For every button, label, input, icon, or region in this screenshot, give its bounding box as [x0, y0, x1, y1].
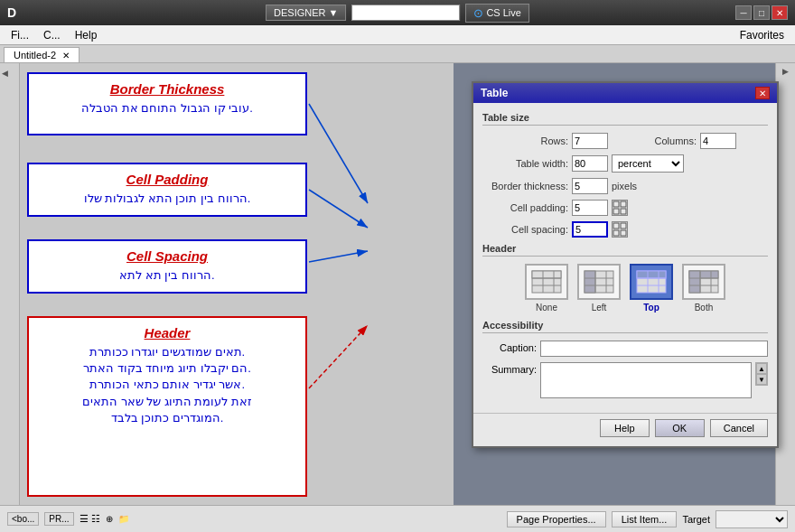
cell-spacing-grid-icon[interactable] [612, 221, 628, 238]
designer-button[interactable]: DESIGNER ▼ [266, 5, 346, 21]
cs-live-label: CS Live [486, 7, 521, 18]
annotation-border-box: Border Thickness .עובי קו הגבול התוחם את… [27, 72, 307, 135]
list-icons: ☰ ☷ [80, 513, 100, 525]
svg-line-5 [309, 325, 368, 388]
target-select[interactable] [716, 510, 788, 528]
page-props-button[interactable]: Page Properties... [507, 511, 606, 527]
top-bar-center: DESIGNER ▼ ⊙ CS Live [266, 4, 529, 23]
status-tag2[interactable]: PR... [44, 512, 73, 526]
table-width-input[interactable] [572, 155, 608, 172]
summary-label: Summary: [482, 362, 537, 375]
table-size-section: Table size [482, 112, 768, 126]
border-thickness-unit: pixels [612, 181, 637, 191]
dialog-body: Table size Rows: Columns: Table width: [473, 103, 777, 413]
cell-spacing-label: Cell spacing: [482, 224, 568, 235]
svg-line-4 [309, 251, 368, 262]
cell-padding-label: Cell padding: [482, 202, 568, 213]
padding-text: .הרווח בין תוכן התא לגבולות שלו [40, 191, 295, 207]
tab-bar: Untitled-2 ✕ [0, 45, 795, 63]
rows-input[interactable] [572, 133, 608, 149]
header-options: None [482, 264, 768, 313]
border-thickness-label: Border thickness: [482, 181, 568, 191]
svg-rect-6 [613, 201, 619, 207]
app-window: D DESIGNER ▼ ⊙ CS Live ─ □ ✕ Fi... C... … [0, 0, 795, 532]
cell-spacing-input[interactable] [572, 221, 608, 238]
header-title: Header [40, 325, 295, 341]
header-section: Header [482, 243, 768, 257]
header-top-label: Top [643, 303, 659, 313]
svg-line-3 [309, 190, 368, 228]
border-thickness-input[interactable] [572, 178, 608, 194]
dialog-buttons: Help OK Cancel [473, 413, 777, 446]
table-width-label: Table width: [482, 158, 568, 169]
summary-scrollbar[interactable]: ▲ ▼ [755, 362, 768, 386]
app-title: D [7, 5, 16, 20]
window-controls: ─ □ ✕ [735, 5, 788, 20]
cs-live-button[interactable]: ⊙ CS Live [465, 4, 529, 23]
maximize-button[interactable]: □ [753, 5, 770, 20]
caption-input[interactable] [540, 341, 768, 357]
minimize-button[interactable]: ─ [735, 5, 752, 20]
svg-rect-11 [621, 223, 626, 229]
svg-rect-7 [621, 201, 626, 207]
close-button[interactable]: ✕ [772, 5, 788, 20]
earth-icon: ⊕ [106, 514, 113, 524]
status-bar-right: Page Properties... List Item... Target [507, 510, 788, 528]
header-both-icon[interactable] [682, 264, 725, 300]
scroll-up-arrow[interactable]: ▲ [756, 363, 767, 374]
summary-row: Summary: ▲ ▼ [482, 362, 768, 398]
list-item-button[interactable]: List Item... [612, 511, 678, 527]
annotation-spacing-box: Cell Spacing .הרווח בין תא לתא [27, 239, 307, 294]
cell-padding-row: Cell padding: [482, 200, 768, 216]
scroll-down-arrow[interactable]: ▼ [756, 374, 767, 385]
target-label: Target [682, 514, 710, 525]
table-width-row: Table width: percent pixels [482, 154, 768, 173]
menu-bar: Fi... C... Help Favorites [0, 25, 795, 45]
dialog-close-button[interactable]: ✕ [755, 87, 770, 99]
caption-label: Caption: [482, 341, 537, 353]
header-left-icon[interactable] [577, 264, 621, 300]
menu-help[interactable]: Help [68, 27, 105, 43]
header-both-option[interactable]: Both [682, 264, 725, 313]
tab-close-icon[interactable]: ✕ [62, 51, 70, 61]
cell-padding-grid-icon[interactable] [612, 200, 628, 216]
header-top-option[interactable]: Top [630, 264, 673, 313]
columns-input[interactable] [700, 133, 736, 149]
menu-favorites[interactable]: Favorites [733, 27, 791, 43]
right-toolbar-icon1[interactable]: ▶ [782, 67, 789, 76]
rows-label: Rows: [482, 135, 568, 146]
svg-rect-15 [532, 271, 561, 278]
help-button[interactable]: Help [600, 419, 650, 437]
status-tag1[interactable]: <bo... [7, 512, 39, 526]
header-left-label: Left [592, 303, 607, 313]
caption-row: Caption: [482, 341, 768, 357]
menu-file[interactable]: Fi... [4, 27, 36, 43]
header-none-icon[interactable] [525, 264, 568, 300]
padding-title: Cell Padding [40, 172, 295, 187]
svg-rect-12 [613, 230, 619, 236]
header-none-option[interactable]: None [525, 264, 568, 313]
tab-untitled[interactable]: Untitled-2 ✕ [4, 47, 80, 62]
annotation-header-box: Header .תאים שמודגשים יוגדרו ככותרת .הם … [27, 316, 307, 497]
cell-padding-input[interactable] [572, 200, 608, 216]
svg-line-2 [309, 104, 368, 203]
border-thickness-row: Border thickness: pixels [482, 178, 768, 194]
header-text: .תאים שמודגשים יוגדרו ככותרת .הם יקבלו ת… [40, 344, 295, 426]
dialog-titlebar: Table ✕ [473, 83, 777, 103]
columns-label: Columns: [633, 135, 697, 146]
svg-rect-8 [613, 209, 619, 214]
svg-rect-10 [613, 223, 619, 229]
rows-columns-row: Rows: Columns: [482, 133, 768, 149]
right-panel: ▶ Table ✕ Table size Rows: [454, 63, 795, 505]
header-left-option[interactable]: Left [577, 264, 621, 313]
search-input[interactable] [351, 5, 460, 21]
folder-icon: 📁 [118, 514, 129, 524]
cancel-button[interactable]: Cancel [710, 419, 768, 437]
svg-rect-34 [689, 271, 700, 293]
summary-textarea[interactable] [540, 362, 752, 398]
header-top-icon[interactable] [630, 264, 673, 300]
menu-edit[interactable]: C... [36, 27, 68, 43]
ok-button[interactable]: OK [655, 419, 705, 437]
table-width-unit-select[interactable]: percent pixels [612, 154, 684, 173]
annotation-padding-box: Cell Padding .הרווח בין תוכן התא לגבולות… [27, 163, 307, 217]
